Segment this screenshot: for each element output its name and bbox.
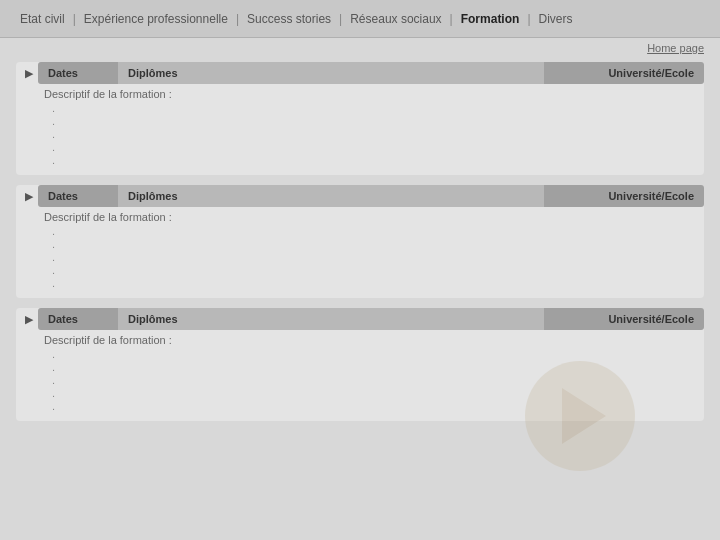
field-dates-3: Dates <box>38 308 118 330</box>
formation-card-3: ▶ Dates Diplômes Université/Ecole Descri… <box>16 308 704 421</box>
field-diplomes-2: Diplômes <box>118 185 544 207</box>
bullet-2-4: . <box>52 264 696 276</box>
main-content: ▶ Dates Diplômes Université/Ecole Descri… <box>0 58 720 536</box>
field-diplomes-3: Diplômes <box>118 308 544 330</box>
bullet-2-3: . <box>52 251 696 263</box>
card-fields-3: Dates Diplômes Université/Ecole <box>38 308 704 330</box>
app-wrapper: Etat civil | Expérience professionnelle … <box>0 0 720 540</box>
desc-label-1: Descriptif de la formation : <box>44 88 696 100</box>
top-nav: Etat civil | Expérience professionnelle … <box>0 0 720 38</box>
bullet-2-1: . <box>52 225 696 237</box>
bullet-3-4: . <box>52 387 696 399</box>
field-universite-1: Université/Ecole <box>544 62 704 84</box>
bullet-3-2: . <box>52 361 696 373</box>
bullet-3-3: . <box>52 374 696 386</box>
bullet-3-5: . <box>52 400 696 412</box>
bullet-1-4: . <box>52 141 696 153</box>
field-universite-2: Université/Ecole <box>544 185 704 207</box>
card-description-3: Descriptif de la formation : . . . . . <box>16 330 704 412</box>
bullet-2-5: . <box>52 277 696 289</box>
card-description-1: Descriptif de la formation : . . . . . <box>16 84 704 166</box>
card-header-3: ▶ Dates Diplômes Université/Ecole <box>16 308 704 330</box>
field-dates-1: Dates <box>38 62 118 84</box>
formation-card-1: ▶ Dates Diplômes Université/Ecole Descri… <box>16 62 704 175</box>
bullet-1-3: . <box>52 128 696 140</box>
desc-bullets-2: . . . . . <box>44 225 696 289</box>
nav-divers[interactable]: Divers <box>531 12 581 26</box>
nav-etat-civil[interactable]: Etat civil <box>12 12 73 26</box>
field-dates-2: Dates <box>38 185 118 207</box>
desc-bullets-3: . . . . . <box>44 348 696 412</box>
bullet-1-1: . <box>52 102 696 114</box>
bullet-1-2: . <box>52 115 696 127</box>
expand-icon-2[interactable]: ▶ <box>16 185 38 207</box>
card-fields-1: Dates Diplômes Université/Ecole <box>38 62 704 84</box>
field-universite-3: Université/Ecole <box>544 308 704 330</box>
bullet-1-5: . <box>52 154 696 166</box>
nav-reseaux[interactable]: Réseaux sociaux <box>342 12 449 26</box>
nav-success[interactable]: Success stories <box>239 12 339 26</box>
nav-formation[interactable]: Formation <box>453 12 528 26</box>
bullet-2-2: . <box>52 238 696 250</box>
home-page-link[interactable]: Home page <box>647 42 704 54</box>
expand-icon-3[interactable]: ▶ <box>16 308 38 330</box>
card-fields-2: Dates Diplômes Université/Ecole <box>38 185 704 207</box>
card-header-2: ▶ Dates Diplômes Université/Ecole <box>16 185 704 207</box>
nav-experience[interactable]: Expérience professionnelle <box>76 12 236 26</box>
bullet-3-1: . <box>52 348 696 360</box>
desc-bullets-1: . . . . . <box>44 102 696 166</box>
expand-icon-1[interactable]: ▶ <box>16 62 38 84</box>
field-diplomes-1: Diplômes <box>118 62 544 84</box>
desc-label-3: Descriptif de la formation : <box>44 334 696 346</box>
card-description-2: Descriptif de la formation : . . . . . <box>16 207 704 289</box>
card-header-1: ▶ Dates Diplômes Université/Ecole <box>16 62 704 84</box>
formation-card-2: ▶ Dates Diplômes Université/Ecole Descri… <box>16 185 704 298</box>
desc-label-2: Descriptif de la formation : <box>44 211 696 223</box>
home-page-bar: Home page <box>0 38 720 58</box>
